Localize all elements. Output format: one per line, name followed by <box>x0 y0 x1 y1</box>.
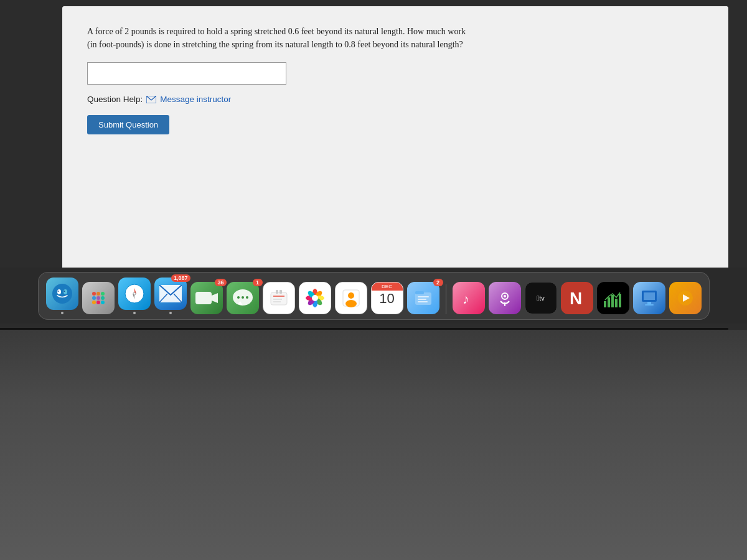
svg-point-10 <box>96 296 100 300</box>
mail-dot <box>169 312 172 314</box>
svg-rect-34 <box>276 290 278 294</box>
safari-dot <box>133 312 136 314</box>
dock-item-photos[interactable] <box>299 282 331 314</box>
svg-point-47 <box>345 300 357 307</box>
netflix-icon: N <box>561 282 593 314</box>
svg-rect-50 <box>418 296 429 297</box>
svg-rect-49 <box>415 291 424 294</box>
photos-icon <box>299 282 331 314</box>
svg-point-28 <box>242 296 244 299</box>
dock-item-calendar[interactable]: DEC 10 <box>371 282 403 314</box>
svg-point-6 <box>92 292 96 296</box>
svg-rect-59 <box>608 297 610 307</box>
screen-content: A force of 2 pounds is required to hold … <box>62 6 728 311</box>
dock-item-safari[interactable] <box>118 278 151 314</box>
svg-rect-65 <box>647 302 651 304</box>
svg-rect-64 <box>644 292 655 300</box>
svg-rect-35 <box>280 290 282 294</box>
svg-marker-24 <box>212 293 218 303</box>
dock-item-podcasts[interactable] <box>489 282 521 314</box>
dock-item-finder[interactable] <box>46 278 78 314</box>
facetime-badge: 36 <box>215 279 226 286</box>
message-instructor-link[interactable]: Message instructor <box>160 95 231 104</box>
dock-item-mail[interactable]: 1,087 <box>154 278 187 314</box>
safari-icon <box>118 278 151 310</box>
finder-dot <box>61 312 63 314</box>
dock-item-files[interactable]: 2 <box>407 282 439 314</box>
reminders-icon <box>263 282 295 314</box>
macbook-screen: A force of 2 pounds is required to hold … <box>62 6 728 311</box>
svg-rect-58 <box>604 301 606 307</box>
svg-text:N: N <box>570 289 582 308</box>
dock-item-garageband[interactable] <box>669 282 702 314</box>
stocks-icon <box>597 282 629 314</box>
dock-item-appletv[interactable]: tv <box>525 282 557 314</box>
keyboard-area: ☀ F2 ⊞ F3 ⠿⠿⠿ F4 ✦ F5 ✧ F6 ◀◀ F7 <box>0 330 747 560</box>
svg-rect-66 <box>645 304 654 306</box>
dock-item-facetime[interactable]: 36 <box>190 282 223 314</box>
svg-point-29 <box>246 296 248 299</box>
svg-point-55 <box>504 295 506 297</box>
files-icon: 2 <box>407 282 439 314</box>
svg-point-19 <box>133 292 136 295</box>
messages-badge: 1 <box>253 279 263 286</box>
mail-icon <box>146 96 156 103</box>
launchpad-icon <box>82 282 115 314</box>
svg-point-2 <box>57 289 61 294</box>
svg-point-13 <box>96 301 100 304</box>
keynote-icon <box>633 282 665 314</box>
svg-point-1 <box>52 284 72 304</box>
dock-item-netflix[interactable]: N <box>561 282 593 314</box>
svg-point-11 <box>101 296 105 300</box>
mail-app-icon: 1,087 <box>154 278 187 310</box>
mail-badge: 1,087 <box>171 274 190 282</box>
files-badge: 2 <box>433 279 443 286</box>
svg-point-8 <box>101 292 105 296</box>
dock-item-launchpad[interactable] <box>82 282 115 314</box>
dock-item-keynote[interactable] <box>633 282 665 314</box>
dock-item-messages[interactable]: 1 <box>227 282 259 314</box>
svg-rect-52 <box>418 301 428 302</box>
dock-item-stocks[interactable] <box>597 282 629 314</box>
dock-item-contacts[interactable] <box>335 282 367 314</box>
finder-icon <box>46 278 78 310</box>
dock: 1,087 36 <box>38 272 710 320</box>
dock-separator <box>446 284 446 314</box>
appletv-icon: tv <box>525 282 557 314</box>
svg-point-7 <box>96 292 100 296</box>
dock-item-music[interactable]: ♪ <box>453 282 485 314</box>
svg-point-4 <box>57 291 59 292</box>
dock-area: 1,087 36 <box>0 268 747 324</box>
svg-text:♪: ♪ <box>463 291 469 307</box>
calendar-date: 10 <box>379 291 394 306</box>
svg-point-44 <box>312 295 318 301</box>
svg-point-27 <box>237 296 240 299</box>
music-icon: ♪ <box>453 282 485 314</box>
svg-rect-61 <box>615 299 618 307</box>
podcasts-icon <box>489 282 521 314</box>
submit-question-button[interactable]: Submit Question <box>87 115 169 134</box>
svg-point-46 <box>348 292 354 299</box>
svg-rect-60 <box>611 295 614 307</box>
svg-rect-23 <box>195 292 212 304</box>
question-help-label: Question Help: <box>87 95 143 104</box>
calendar-month: DEC <box>372 282 403 291</box>
svg-point-5 <box>63 291 65 292</box>
svg-rect-62 <box>619 294 621 307</box>
contacts-icon <box>335 282 367 314</box>
garageband-icon <box>669 282 702 314</box>
messages-icon: 1 <box>227 282 259 314</box>
calendar-icon: DEC 10 <box>371 282 403 314</box>
facetime-icon: 36 <box>190 282 223 314</box>
svg-rect-30 <box>271 292 287 305</box>
svg-point-14 <box>101 301 105 304</box>
question-text: A force of 2 pounds is required to hold … <box>87 25 703 51</box>
svg-point-12 <box>92 301 96 304</box>
svg-rect-51 <box>418 299 426 300</box>
svg-point-3 <box>63 289 67 294</box>
svg-point-9 <box>92 296 96 300</box>
answer-input[interactable] <box>87 62 286 85</box>
question-help: Question Help: Message instructor <box>87 95 703 104</box>
dock-item-reminders[interactable] <box>263 282 295 314</box>
